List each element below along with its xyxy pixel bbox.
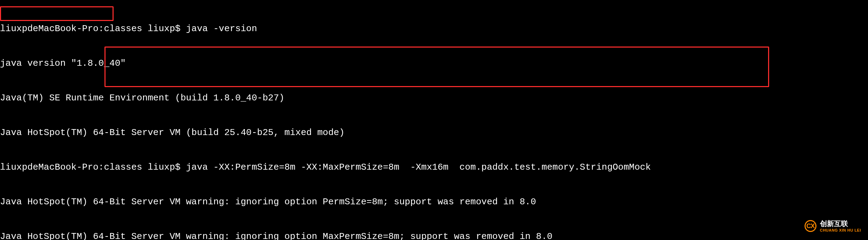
- terminal-line: Java HotSpot(TM) 64-Bit Server VM warnin…: [0, 231, 868, 240]
- terminal-output: liuxpdeMacBook-Pro:classes liuxp$ java -…: [0, 0, 868, 240]
- terminal-line: java version "1.8.0_40": [0, 58, 868, 69]
- terminal-line: Java HotSpot(TM) 64-Bit Server VM (build…: [0, 127, 868, 139]
- terminal-line: Java HotSpot(TM) 64-Bit Server VM warnin…: [0, 196, 868, 208]
- watermark: CX 创新互联 CHUANG XIN HU LEI: [805, 219, 861, 233]
- watermark-sub: CHUANG XIN HU LEI: [820, 228, 861, 233]
- terminal-line: liuxpdeMacBook-Pro:classes liuxp$ java -…: [0, 162, 868, 173]
- watermark-logo-icon: CX: [805, 220, 816, 232]
- watermark-brand: 创新互联: [820, 219, 861, 228]
- watermark-logo-text: CX: [806, 222, 814, 230]
- watermark-text-block: 创新互联 CHUANG XIN HU LEI: [820, 219, 861, 233]
- terminal-line: Java(TM) SE Runtime Environment (build 1…: [0, 92, 868, 104]
- terminal-line: liuxpdeMacBook-Pro:classes liuxp$ java -…: [0, 23, 868, 35]
